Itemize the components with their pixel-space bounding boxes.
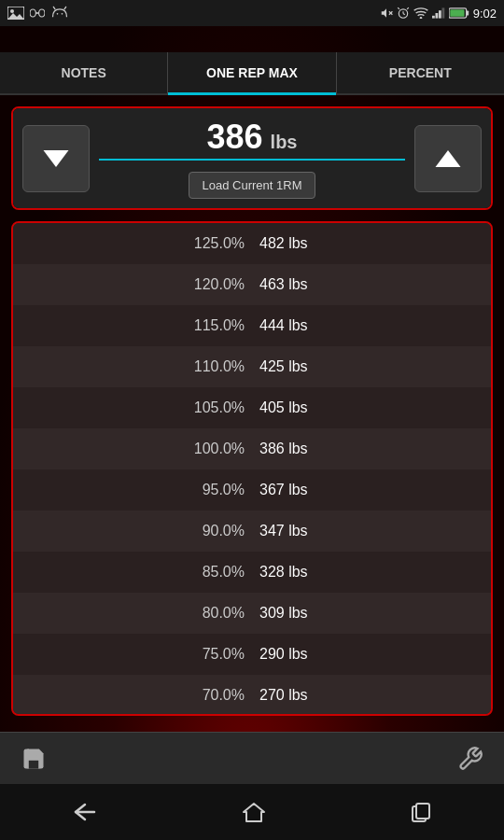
row-value: 482 lbs [259,235,343,252]
svg-marker-24 [244,804,264,821]
row-value: 328 lbs [259,564,343,581]
svg-rect-20 [450,9,464,17]
table-row: 80.0% 309 lbs [13,593,491,634]
svg-point-1 [10,9,14,13]
row-percent: 105.0% [161,399,245,416]
row-value: 347 lbs [259,523,343,539]
status-icons [7,6,69,21]
recents-button[interactable] [410,801,432,823]
row-percent: 100.0% [161,441,245,457]
svg-rect-19 [466,10,469,15]
table-row: 110.0% 425 lbs [13,346,491,387]
row-percent: 75.0% [161,646,245,663]
value-underline [99,159,405,161]
row-value: 270 lbs [259,687,343,704]
row-value: 367 lbs [259,482,343,498]
svg-marker-22 [436,150,461,167]
table-row: 105.0% 405 lbs [13,387,491,428]
row-value: 386 lbs [259,441,343,457]
nav-bar [0,784,504,840]
svg-rect-16 [439,10,441,18]
row-value: 444 lbs [259,317,343,334]
weight-value: 386 [207,118,263,157]
table-row: 70.0% 270 lbs [13,675,491,716]
row-value: 290 lbs [259,646,343,663]
row-percent: 90.0% [161,523,245,539]
svg-marker-2 [7,13,24,20]
row-percent: 95.0% [161,482,245,498]
load-current-button[interactable]: Load Current 1RM [189,172,316,199]
table-row: 90.0% 347 lbs [13,511,491,552]
weight-unit: lbs [271,132,298,153]
svg-marker-21 [44,150,69,167]
table-row: 75.0% 290 lbs [13,634,491,675]
status-right: 9:02 [380,7,497,21]
increase-button[interactable] [414,125,482,192]
home-button[interactable] [242,801,266,823]
control-panel: 386 lbs Load Current 1RM [11,106,493,210]
table-row: 85.0% 328 lbs [13,552,491,593]
settings-icon[interactable] [455,744,485,774]
row-value: 425 lbs [259,358,343,375]
row-percent: 70.0% [161,687,245,704]
svg-rect-26 [416,804,429,819]
svg-rect-17 [441,7,444,18]
status-bar: 9:02 [0,0,504,26]
svg-rect-15 [435,13,438,19]
row-percent: 125.0% [161,235,245,252]
tab-one-rep-max[interactable]: ONE REP MAX [168,52,336,93]
bottom-toolbar [0,732,504,784]
table-row: 120.0% 463 lbs [13,264,491,305]
svg-point-4 [39,9,45,17]
table-row: 115.0% 444 lbs [13,305,491,346]
value-section: 386 lbs Load Current 1RM [99,118,405,199]
tab-notes[interactable]: NOTES [0,52,168,93]
row-value: 405 lbs [259,399,343,416]
clock: 9:02 [473,7,497,21]
decrease-button[interactable] [22,125,90,192]
svg-point-13 [419,17,422,19]
tab-percent[interactable]: PERCENT [337,52,504,93]
row-value: 309 lbs [259,605,343,622]
svg-point-6 [57,13,59,15]
svg-line-12 [403,14,405,15]
row-percent: 115.0% [161,317,245,334]
svg-point-3 [30,9,35,17]
row-percent: 110.0% [161,358,245,375]
table-row: 95.0% 367 lbs [13,469,491,511]
percentage-table: 125.0% 482 lbs 120.0% 463 lbs 115.0% 444… [11,221,493,716]
row-percent: 85.0% [161,564,245,581]
save-icon[interactable] [19,744,49,774]
table-row: 125.0% 482 lbs [13,223,491,264]
svg-rect-14 [432,16,435,19]
back-button[interactable] [72,801,98,823]
row-percent: 80.0% [161,605,245,622]
row-percent: 120.0% [161,276,245,293]
svg-point-7 [62,13,63,15]
table-row: 100.0% 386 lbs [13,428,491,469]
tab-bar: NOTES ONE REP MAX PERCENT [0,52,504,95]
row-value: 463 lbs [259,276,343,293]
